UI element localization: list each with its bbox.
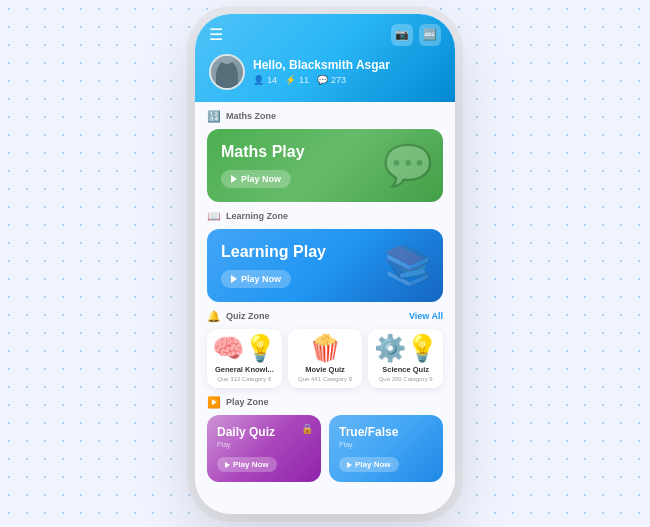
true-false-title: True/False — [339, 425, 433, 439]
play-triangle-icon-3 — [225, 462, 230, 468]
general-quiz-title: General Knowl... — [215, 365, 274, 374]
quiz-card-science[interactable]: ⚙️💡 Science Quiz Que 200 Category 9 — [368, 329, 443, 388]
learning-play-button[interactable]: Play Now — [221, 270, 291, 288]
avatar — [209, 54, 245, 90]
play-cards-row: 🔒 Daily Quiz Play Play Now True/False Pl… — [207, 415, 443, 483]
true-false-play-button[interactable]: Play Now — [339, 457, 399, 472]
quiz-zone-label: 🔔 Quiz Zone — [207, 310, 270, 323]
maths-bg-icon: 💬 — [383, 142, 433, 189]
movie-quiz-emoji: 🍿 — [309, 335, 341, 361]
play-triangle-icon — [231, 175, 237, 183]
science-quiz-emoji: ⚙️💡 — [374, 335, 438, 361]
daily-quiz-play-button[interactable]: Play Now — [217, 457, 277, 472]
hamburger-icon[interactable]: ☰ — [209, 25, 223, 44]
learning-bg-icon: 📚 — [383, 242, 433, 289]
maths-play-button[interactable]: Play Now — [221, 170, 291, 188]
general-quiz-emoji: 🧠💡 — [212, 335, 276, 361]
view-all-button[interactable]: View All — [409, 311, 443, 321]
app-header: ☰ 📷 🔤 Hello, Blacksmith Asgar 👤 — [195, 14, 455, 102]
quiz-cards-row: 🧠💡 General Knowl... Que 312 Category 6 🍿… — [207, 329, 443, 388]
maths-zone-label: 🔢 Maths Zone — [207, 110, 443, 123]
quiz-card-general[interactable]: 🧠💡 General Knowl... Que 312 Category 6 — [207, 329, 282, 388]
learning-zone-label: 📖 Learning Zone — [207, 210, 443, 223]
daily-quiz-sub: Play — [217, 441, 311, 448]
maths-play-card[interactable]: Maths Play Play Now 💬 — [207, 129, 443, 202]
science-quiz-sub: Que 200 Category 9 — [379, 376, 433, 382]
quiz-card-movie[interactable]: 🍿 Movie Quiz Que 441 Category 8 — [288, 329, 363, 388]
lock-icon: 🔒 — [301, 423, 313, 434]
learning-icon: 📖 — [207, 210, 221, 223]
movie-quiz-sub: Que 441 Category 8 — [298, 376, 352, 382]
translate-icon[interactable]: 🔤 — [419, 24, 441, 46]
daily-quiz-card[interactable]: 🔒 Daily Quiz Play Play Now — [207, 415, 321, 483]
learning-play-card[interactable]: Learning Play Play Now 📚 — [207, 229, 443, 302]
quiz-zone-header: 🔔 Quiz Zone View All — [207, 310, 443, 323]
movie-quiz-title: Movie Quiz — [305, 365, 345, 374]
play-zone-icon: ▶️ — [207, 396, 221, 409]
play-triangle-icon-4 — [347, 462, 352, 468]
phone-frame: ☰ 📷 🔤 Hello, Blacksmith Asgar 👤 — [195, 14, 455, 514]
science-quiz-title: Science Quiz — [382, 365, 429, 374]
main-content: 🔢 Maths Zone Maths Play Play Now 💬 📖 Lea… — [195, 102, 455, 514]
camera-icon[interactable]: 📷 — [391, 24, 413, 46]
stat-followers: 👤 14 — [253, 75, 277, 85]
quiz-icon: 🔔 — [207, 310, 221, 323]
true-false-card[interactable]: True/False Play Play Now — [329, 415, 443, 483]
play-zone-label: ▶️ Play Zone — [207, 396, 443, 409]
stat-streak: ⚡ 11 — [285, 75, 309, 85]
true-false-sub: Play — [339, 441, 433, 448]
daily-quiz-title: Daily Quiz — [217, 425, 311, 439]
play-triangle-icon-2 — [231, 275, 237, 283]
maths-icon: 🔢 — [207, 110, 221, 123]
greeting-text: Hello, Blacksmith Asgar — [253, 58, 390, 72]
stat-points: 💬 273 — [317, 75, 346, 85]
general-quiz-sub: Que 312 Category 6 — [217, 376, 271, 382]
